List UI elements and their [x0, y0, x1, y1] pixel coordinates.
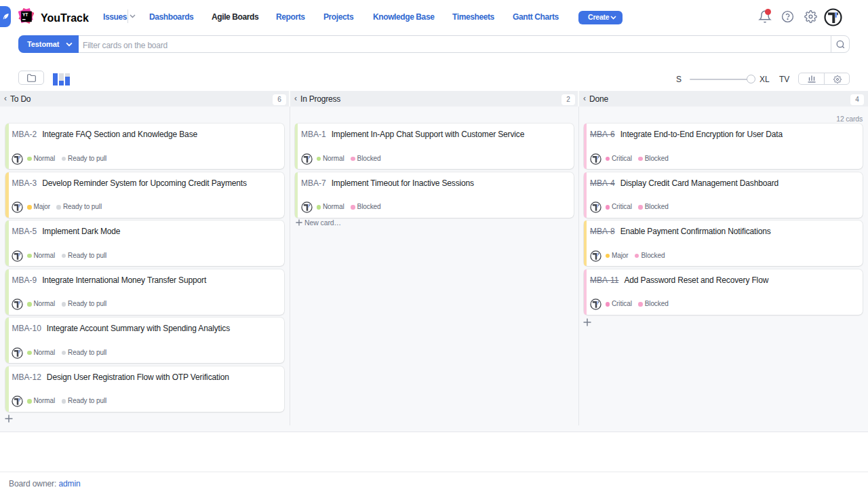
- svg-text:YT: YT: [22, 12, 28, 17]
